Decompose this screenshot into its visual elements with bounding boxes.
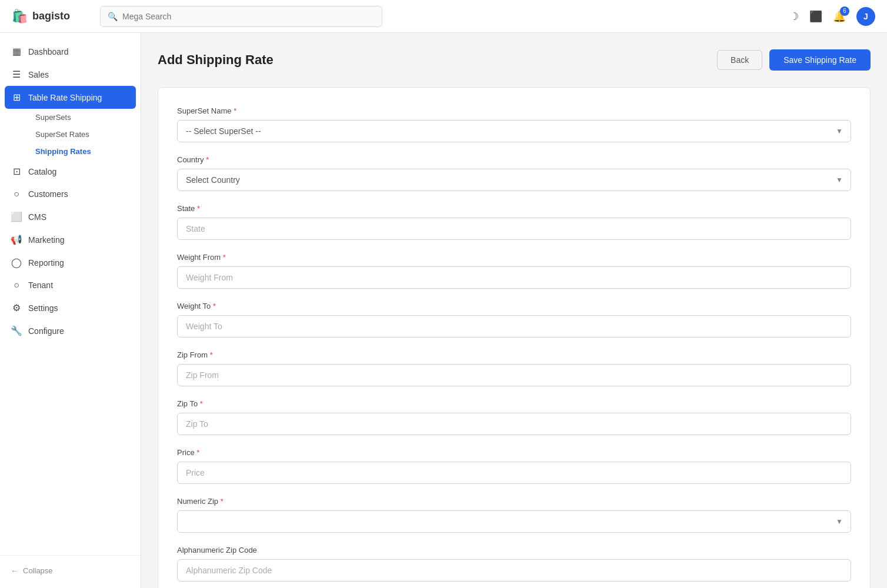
- sidebar-item-dashboard[interactable]: ▦ Dashboard: [0, 40, 141, 63]
- weight-from-input[interactable]: [177, 266, 851, 289]
- required-marker-zip-to: *: [200, 399, 203, 408]
- sidebar-item-settings[interactable]: ⚙ Settings: [0, 296, 141, 319]
- sidebar-item-marketing[interactable]: 📢 Marketing: [0, 228, 141, 251]
- sidebar-label-configure: Configure: [28, 326, 64, 336]
- table-rate-icon: ⊞: [11, 92, 22, 103]
- collapse-sidebar-button[interactable]: ← Collapse: [0, 560, 141, 581]
- layout: ▦ Dashboard ☰ Sales ⊞ Table Rate Shippin…: [0, 33, 887, 588]
- weight-from-label: Weight From *: [177, 253, 851, 262]
- notifications-icon[interactable]: 🔔 6: [833, 10, 846, 23]
- notification-badge: 6: [840, 6, 849, 16]
- page-title: Add Shipping Rate: [158, 52, 274, 68]
- sales-icon: ☰: [11, 69, 22, 80]
- form-group-numeric-zip: Numeric Zip * ▼: [177, 497, 851, 533]
- alphanumeric-zip-input[interactable]: [177, 559, 851, 582]
- sidebar-label-cms: CMS: [28, 212, 46, 222]
- form-group-superset-name: SuperSet Name * -- Select SuperSet -- ▼: [177, 106, 851, 142]
- superset-name-select[interactable]: -- Select SuperSet --: [177, 120, 851, 142]
- required-marker-weight-from: *: [223, 253, 226, 262]
- marketing-icon: 📢: [11, 234, 22, 245]
- sidebar-bottom: ← Collapse: [0, 555, 141, 581]
- alphanumeric-zip-label: Alphanumeric Zip Code: [177, 546, 851, 554]
- sidebar-label-dashboard: Dashboard: [28, 47, 69, 56]
- customers-icon: ○: [11, 189, 22, 199]
- sidebar-subitem-superset-rates[interactable]: SuperSet Rates: [28, 126, 141, 143]
- country-select[interactable]: Select Country: [177, 169, 851, 191]
- sidebar-label-marketing: Marketing: [28, 235, 64, 245]
- monitor-icon[interactable]: ⬛: [809, 10, 822, 23]
- sidebar-label-customers: Customers: [28, 189, 68, 199]
- form-group-country: Country * Select Country ▼: [177, 155, 851, 191]
- sidebar: ▦ Dashboard ☰ Sales ⊞ Table Rate Shippin…: [0, 33, 141, 588]
- sidebar-item-catalog[interactable]: ⊡ Catalog: [0, 160, 141, 183]
- zip-from-label: Zip From *: [177, 350, 851, 359]
- search-input[interactable]: [122, 12, 375, 21]
- logo-text: bagisto: [32, 10, 70, 22]
- sidebar-item-table-rate-shipping[interactable]: ⊞ Table Rate Shipping: [5, 86, 136, 109]
- required-marker-price: *: [196, 448, 199, 457]
- form-group-zip-to: Zip To *: [177, 399, 851, 435]
- country-label: Country *: [177, 155, 851, 164]
- sidebar-label-catalog: Catalog: [28, 167, 56, 176]
- user-avatar[interactable]: J: [856, 7, 875, 26]
- zip-to-input[interactable]: [177, 413, 851, 435]
- form-group-weight-to: Weight To *: [177, 302, 851, 338]
- sidebar-item-sales[interactable]: ☰ Sales: [0, 63, 141, 86]
- topnav-right: ☽ ⬛ 🔔 6 J: [789, 7, 875, 26]
- sidebar-label-settings: Settings: [28, 303, 58, 313]
- sidebar-label-tenant: Tenant: [28, 280, 53, 290]
- superset-name-label: SuperSet Name *: [177, 106, 851, 115]
- sidebar-item-reporting[interactable]: ◯ Reporting: [0, 251, 141, 274]
- cms-icon: ⬜: [11, 211, 22, 222]
- state-input[interactable]: [177, 218, 851, 240]
- form-card: SuperSet Name * -- Select SuperSet -- ▼ …: [158, 87, 871, 588]
- sidebar-label-table-rate-shipping: Table Rate Shipping: [28, 93, 102, 102]
- tenant-icon: ○: [11, 280, 22, 290]
- sidebar-item-cms[interactable]: ⬜ CMS: [0, 205, 141, 228]
- required-marker: *: [234, 106, 236, 115]
- page-header: Add Shipping Rate Back Save Shipping Rat…: [158, 49, 871, 71]
- configure-icon: 🔧: [11, 325, 22, 336]
- back-button[interactable]: Back: [717, 50, 762, 70]
- required-marker-state: *: [197, 204, 200, 213]
- logo-icon: 🛍️: [12, 9, 28, 24]
- sidebar-item-customers[interactable]: ○ Customers: [0, 183, 141, 205]
- price-label: Price *: [177, 448, 851, 457]
- dashboard-icon: ▦: [11, 46, 22, 57]
- price-input[interactable]: [177, 462, 851, 484]
- sidebar-label-sales: Sales: [28, 70, 49, 79]
- numeric-zip-select[interactable]: [177, 510, 851, 533]
- sidebar-item-configure[interactable]: 🔧 Configure: [0, 319, 141, 342]
- country-select-wrap: Select Country ▼: [177, 169, 851, 191]
- form-group-price: Price *: [177, 448, 851, 484]
- superset-name-select-wrap: -- Select SuperSet -- ▼: [177, 120, 851, 142]
- search-icon: 🔍: [108, 12, 118, 21]
- sidebar-item-tenant[interactable]: ○ Tenant: [0, 274, 141, 296]
- form-group-zip-from: Zip From *: [177, 350, 851, 386]
- state-label: State *: [177, 204, 851, 213]
- catalog-icon: ⊡: [11, 166, 22, 177]
- required-marker-country: *: [206, 155, 209, 164]
- topnav: 🛍️ bagisto 🔍 ☽ ⬛ 🔔 6 J: [0, 0, 887, 33]
- numeric-zip-label: Numeric Zip *: [177, 497, 851, 506]
- dark-mode-icon[interactable]: ☽: [789, 10, 799, 23]
- form-group-weight-from: Weight From *: [177, 253, 851, 289]
- main-content: Add Shipping Rate Back Save Shipping Rat…: [141, 33, 887, 588]
- search-bar-container: 🔍: [100, 6, 382, 27]
- header-actions: Back Save Shipping Rate: [717, 49, 871, 71]
- logo[interactable]: 🛍️ bagisto: [12, 9, 88, 24]
- collapse-label: Collapse: [23, 566, 53, 575]
- settings-icon: ⚙: [11, 302, 22, 313]
- zip-from-input[interactable]: [177, 364, 851, 386]
- weight-to-label: Weight To *: [177, 302, 851, 310]
- collapse-icon: ←: [11, 566, 18, 575]
- numeric-zip-select-wrap: ▼: [177, 510, 851, 533]
- sub-menu-table-rate: SuperSets SuperSet Rates Shipping Rates: [0, 109, 141, 160]
- zip-to-label: Zip To *: [177, 399, 851, 408]
- weight-to-input[interactable]: [177, 315, 851, 338]
- required-marker-numeric-zip: *: [221, 497, 224, 506]
- form-group-state: State *: [177, 204, 851, 240]
- save-shipping-rate-button[interactable]: Save Shipping Rate: [769, 49, 871, 71]
- sidebar-subitem-supersets[interactable]: SuperSets: [28, 109, 141, 126]
- sidebar-subitem-shipping-rates[interactable]: Shipping Rates: [28, 143, 141, 160]
